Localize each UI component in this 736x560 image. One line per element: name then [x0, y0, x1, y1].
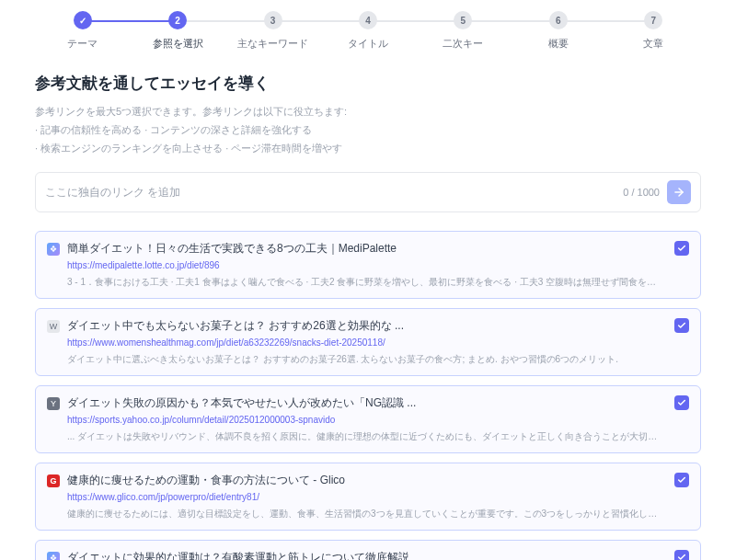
step-circle: 3: [264, 11, 282, 29]
step-label: 文章: [643, 37, 663, 51]
reference-card[interactable]: W ダイエット中でも太らないお菓子とは？ おすすめ26選と効果的な ... ht…: [35, 308, 701, 376]
check-icon: [677, 553, 686, 560]
favicon-icon: ❖: [47, 243, 60, 256]
reference-snippet: 3 - 1．食事における工夫 · 工夫1 食事はよく噛んで食べる · 工夫2 食…: [67, 276, 660, 289]
reference-checkbox[interactable]: [674, 241, 689, 256]
check-icon: [677, 475, 686, 485]
reference-title: ダイエットに効果的な運動は？有酸素運動と筋トレについて徹底解説: [67, 550, 660, 560]
reference-checkbox[interactable]: [674, 550, 689, 560]
step-4[interactable]: 4タイトル: [320, 11, 415, 51]
step-connector: [463, 20, 558, 22]
step-circle: 2: [168, 11, 187, 29]
step-7[interactable]: 7文章: [606, 11, 701, 51]
step-connector: [83, 20, 178, 22]
stepper: ✓テーマ2参照を選択3主なキーワード4タイトル5二次キー6概要7文章: [35, 11, 701, 51]
reference-card[interactable]: ❖ 簡単ダイエット！日々の生活で実践できる8つの工夫｜MediPalette h…: [35, 231, 701, 299]
char-count: 0 / 1000: [623, 187, 660, 198]
step-circle: 7: [644, 11, 662, 29]
reference-checkbox[interactable]: [674, 318, 689, 333]
check-icon: [677, 244, 686, 253]
step-connector: [558, 20, 653, 22]
reference-card[interactable]: ❖ ダイエットに効果的な運動は？有酸素運動と筋トレについて徹底解説 https:…: [35, 540, 701, 560]
check-icon: [677, 398, 686, 407]
favicon-icon: W: [47, 320, 60, 333]
desc-line-3: · 検索エンジンのランキングを向上させる · ページ滞在時間を増やす: [35, 140, 701, 158]
submit-link-button[interactable]: [667, 180, 691, 204]
reference-card[interactable]: Y ダイエット失敗の原因かも？本気でやせたい人が改めたい「NG認識 ... ht…: [35, 385, 701, 453]
arrow-right-icon: [673, 186, 685, 199]
favicon-icon: Y: [47, 397, 60, 410]
step-circle: 4: [359, 11, 377, 29]
reference-title: ダイエット中でも太らないお菓子とは？ おすすめ26選と効果的な ...: [67, 318, 660, 334]
step-connector: [273, 20, 368, 22]
reference-checkbox[interactable]: [674, 395, 689, 410]
reference-checkbox[interactable]: [674, 473, 689, 487]
check-icon: [677, 321, 686, 330]
step-connector: [178, 20, 272, 22]
reference-title: 健康的に痩せるための運動・食事の方法について - Glico: [67, 473, 660, 488]
step-6[interactable]: 6概要: [511, 11, 605, 51]
reference-url: https://medipalette.lotte.co.jp/diet/896: [67, 260, 660, 270]
reference-url: https://www.womenshealthmag.com/jp/diet/…: [67, 337, 660, 348]
step-label: 参照を選択: [153, 37, 203, 51]
desc-line-1: 参考リンクを最大5つ選択できます。参考リンクは以下に役立ちます:: [35, 103, 701, 121]
page-title: 参考文献を通してエッセイを導く: [35, 73, 701, 94]
step-connector: [368, 20, 463, 22]
reference-list: ❖ 簡単ダイエット！日々の生活で実践できる8つの工夫｜MediPalette h…: [35, 231, 701, 560]
step-3[interactable]: 3主なキーワード: [225, 11, 320, 51]
reference-title: 簡単ダイエット！日々の生活で実践できる8つの工夫｜MediPalette: [67, 241, 660, 257]
reference-snippet: ... ダイエットは失敗やリバウンド、体調不良を招く原因に。健康的に理想の体型に…: [67, 430, 660, 443]
step-circle: ✓: [74, 11, 92, 29]
page-description: 参考リンクを最大5つ選択できます。参考リンクは以下に役立ちます: · 記事の信頼…: [35, 103, 701, 157]
step-1[interactable]: ✓テーマ: [35, 11, 130, 51]
step-circle: 5: [454, 11, 472, 29]
desc-line-2: · 記事の信頼性を高める · コンテンツの深さと詳細を強化する: [35, 121, 701, 140]
reference-card[interactable]: G 健康的に痩せるための運動・食事の方法について - Glico https:/…: [35, 463, 701, 531]
step-label: タイトル: [348, 37, 388, 51]
step-label: テーマ: [67, 37, 98, 51]
step-2[interactable]: 2参照を選択: [130, 11, 224, 51]
reference-title: ダイエット失敗の原因かも？本気でやせたい人が改めたい「NG認識 ...: [67, 395, 660, 411]
link-input-row: 0 / 1000: [35, 172, 701, 212]
link-input[interactable]: [45, 186, 623, 199]
step-circle: 6: [549, 11, 568, 29]
reference-url: https://www.glico.com/jp/powerpro/diet/e…: [67, 492, 660, 502]
step-label: 主なキーワード: [237, 37, 308, 51]
step-label: 概要: [548, 37, 569, 51]
favicon-icon: G: [47, 474, 60, 487]
favicon-icon: ❖: [47, 552, 60, 560]
reference-snippet: 健康的に痩せるためには、適切な目標設定をし、運動、食事、生活習慣の3つを見直して…: [67, 508, 660, 520]
step-5[interactable]: 5二次キー: [416, 11, 511, 51]
reference-snippet: ダイエット中に選ぶべき太らないお菓子とは？ おすすめのお菓子26選. 太らないお…: [67, 353, 660, 366]
step-label: 二次キー: [443, 37, 483, 51]
reference-url: https://sports.yahoo.co.jp/column/detail…: [67, 415, 660, 425]
